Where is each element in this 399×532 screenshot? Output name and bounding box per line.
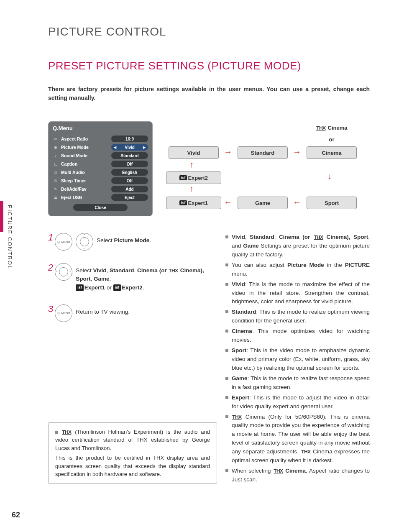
qmenu-row-fav: ✎ Del/Add/Fav Add (53, 185, 148, 193)
fav-icon: ✎ (53, 187, 59, 192)
thx-icon: THX (314, 234, 323, 241)
qmenu-row-sleep: ◷ Sleep Timer Off (53, 176, 148, 185)
qmenu-button-icon: Q. MENU (55, 233, 72, 251)
qmenu-row-audio: ◎ Multi Audio English (53, 168, 148, 176)
bullet-icon (225, 330, 228, 332)
eject-icon: ⏏ (53, 195, 59, 200)
qmenu-button-icon: Q. MENU (55, 304, 72, 322)
leftright-button-icon: ‹ › (55, 263, 72, 281)
bullet-icon (225, 310, 228, 313)
arrow-icon: → (293, 147, 301, 157)
bullet-icon (225, 396, 228, 399)
thx-icon: THX (62, 429, 71, 435)
clock-icon: ◷ (53, 178, 59, 183)
bullet-icon (225, 415, 228, 418)
qmenu-panel: Q.Menu ▭ Aspect Ratio 16:9 ◉ Picture Mod… (48, 121, 153, 216)
step-number: 3 (48, 304, 53, 314)
thx-note: THX (Thomlinson Holman's Experiment) is … (48, 422, 217, 484)
step-2: 2 ‹ › Select Vivid, Standard, Cinema (or… (48, 263, 207, 292)
step-text: Select Vivid, Standard, Cinema (or THX C… (76, 263, 207, 292)
step-number: 1 (48, 233, 53, 242)
qmenu-row-caption: ▢ Caption Off (53, 160, 148, 168)
flow-sport: Sport (307, 197, 357, 209)
updown-button-icon: ⌃ ⌄ (76, 233, 93, 251)
arrow-icon: → (224, 147, 232, 157)
qmenu-title: Q.Menu (49, 122, 152, 134)
flow-standard: Standard (238, 146, 288, 159)
thx-icon: THX (301, 449, 310, 455)
section-title: PRESET PICTURE SETTINGS (PICTURE MODE) (48, 59, 370, 72)
thx-icon: THX (232, 414, 241, 421)
qmenu-close: Close (73, 204, 128, 211)
qmenu-row-eject: ⏏ Eject USB Eject (53, 193, 148, 202)
page-number: 62 (12, 511, 20, 519)
side-tab-label: PICTURE CONTROL (7, 205, 13, 269)
picture-mode-flow: THX Cinema or Vivid Standard Cinema isfE… (160, 121, 370, 213)
intro-text: There are factory presets for picture se… (48, 85, 370, 102)
aspect-icon: ▭ (53, 136, 59, 141)
bullet-icon (225, 377, 228, 380)
arrow-icon: ↓ (327, 171, 332, 181)
arrow-icon: ← (224, 197, 232, 207)
step-text: Select Picture Mode. (97, 233, 151, 245)
bullet-icon (225, 263, 228, 266)
bullet-icon (225, 235, 228, 238)
arrow-icon: ↑ (189, 160, 194, 169)
step-3: 3 Q. MENU Return to TV viewing. (48, 304, 207, 322)
flow-expert2: isfExpert2 (166, 171, 221, 184)
bullet-icon (55, 431, 58, 434)
flow-expert1: isfExpert1 (166, 197, 221, 209)
arrow-icon: ← (293, 197, 301, 207)
bullet-icon (225, 469, 228, 472)
eye-icon: ◉ (53, 145, 59, 150)
qmenu-value: 16:9 (111, 136, 148, 142)
step-number: 2 (48, 263, 53, 272)
audio-icon: ◎ (53, 170, 59, 175)
arrow-icon: ↑ (189, 184, 194, 194)
qmenu-row-aspect: ▭ Aspect Ratio 16:9 (53, 135, 148, 143)
note-icon: ♪ (53, 153, 59, 158)
step-text: Return to TV viewing. (76, 304, 130, 316)
caption-icon: ▢ (53, 161, 59, 166)
thx-icon: THX (274, 468, 283, 475)
qmenu-row-picture: ◉ Picture Mode ◀Vivid▶ (53, 143, 148, 151)
flow-game: Game (238, 197, 288, 209)
bullet-icon (225, 349, 228, 352)
thx-icon: THX (169, 268, 178, 274)
mode-descriptions: Vivid, Standard, Cinema (or THX Cinema),… (224, 233, 370, 486)
flow-vivid: Vivid (169, 146, 219, 159)
thx-icon: THX (317, 126, 326, 130)
qmenu-row-sound: ♪ Sound Mode Standard (53, 151, 148, 160)
flow-cinema: Cinema (307, 146, 357, 159)
side-tab: PICTURE CONTROL (0, 201, 13, 318)
chapter-title: PICTURE CONTROL (48, 25, 370, 38)
qmenu-value-selected: ◀Vivid▶ (111, 144, 148, 151)
bullet-icon (225, 283, 228, 286)
step-1: 1 Q. MENU ⌃ ⌄ Select Picture Mode. (48, 233, 207, 251)
